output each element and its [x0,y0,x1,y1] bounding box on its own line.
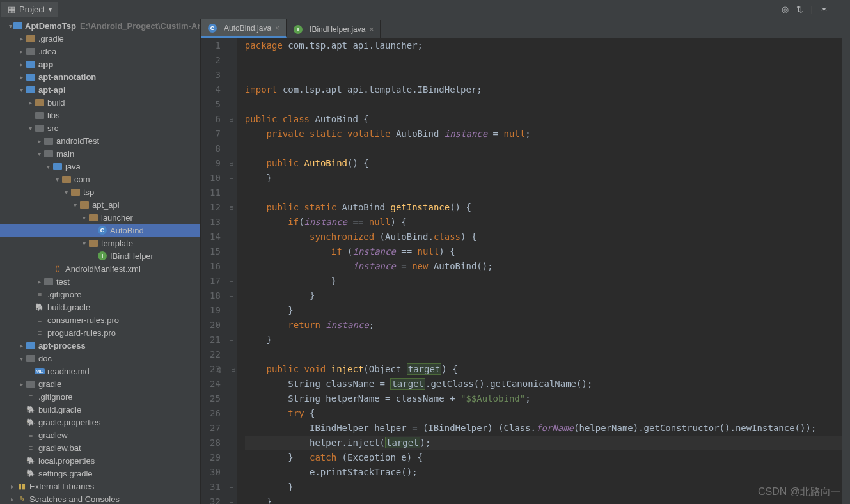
expand-arrow-icon[interactable]: ▸ [9,496,15,503]
tree-node-androidtest[interactable]: ▸androidTest [0,134,200,147]
expand-arrow-icon[interactable]: ▾ [63,189,69,196]
fold-marker[interactable]: ⌙ [226,288,237,303]
tree-node-app[interactable]: ▸app [0,58,200,70]
code-line[interactable]: helper.inject(target); [245,436,850,450]
expand-arrow-icon[interactable]: ▾ [36,150,42,157]
tree-node-gradlew-bat[interactable]: ≡gradlew.bat [0,441,200,454]
fold-marker[interactable] [226,347,237,362]
gear-icon[interactable]: ✶ [821,4,828,14]
tree-node-tsp[interactable]: ▾tsp [0,185,200,198]
code-line[interactable] [245,68,850,83]
tree-node-build-gradle[interactable]: 🐘build.gradle [0,301,200,313]
code-line[interactable]: String className = target.getClass().get… [245,377,850,391]
tree-node-libs[interactable]: libs [0,109,200,122]
fold-marker[interactable] [226,97,237,112]
code-line[interactable]: public void inject(Object target) { [245,362,850,377]
fold-marker[interactable]: ⊟ [226,112,237,127]
fold-marker[interactable] [226,377,237,391]
close-icon[interactable]: × [275,24,279,33]
fold-marker[interactable]: ⌙ [226,480,237,494]
fold-marker[interactable] [226,53,237,68]
fold-marker[interactable]: ⌙ [226,494,237,504]
expand-arrow-icon[interactable]: ▾ [45,163,51,170]
fold-marker[interactable] [226,391,237,406]
code-editor[interactable]: 1234567891011121314151617181920212223242… [201,38,850,504]
fold-marker[interactable] [226,127,237,141]
fold-marker[interactable] [226,68,237,83]
code-line[interactable]: if(instance == null) { [245,215,850,230]
tree-node-apt-api[interactable]: ▾apt_api [0,198,200,211]
tree-node-autobind[interactable]: CAutoBind [0,224,200,237]
fold-marker[interactable]: @⊟ [226,362,237,377]
code-line[interactable]: } catch (Exception e) { [245,450,850,465]
code-line[interactable] [245,53,850,68]
tree-node-main[interactable]: ▾main [0,147,200,160]
fold-marker[interactable] [226,465,237,480]
expand-arrow-icon[interactable]: ▾ [72,201,78,209]
fold-marker[interactable]: ⌙ [226,303,237,318]
expand-arrow-icon[interactable]: ▸ [18,342,24,349]
code-line[interactable]: IBindHelper helper = (IBindHelper) (Clas… [245,421,850,436]
code-line[interactable]: return instance; [245,318,850,333]
code-line[interactable]: private static volatile AutoBind instanc… [245,127,850,141]
tree-node-consumer-rules-pro[interactable]: ≡consumer-rules.pro [0,313,200,326]
code-line[interactable]: try { [245,406,850,421]
expand-arrow-icon[interactable]: ▸ [18,48,24,55]
tree-node--idea[interactable]: ▸.idea [0,45,200,58]
tree-node-gradlew[interactable]: ≡gradlew [0,429,200,441]
expand-arrow-icon[interactable]: ▾ [54,176,60,183]
code-line[interactable]: } [245,274,850,288]
expand-arrow-icon[interactable]: ▸ [18,381,24,388]
code-line[interactable]: public AutoBind() { [245,156,850,171]
tree-node-gradle-properties[interactable]: 🐘gradle.properties [0,416,200,429]
tree-node-test[interactable]: ▸test [0,275,200,288]
expand-arrow-icon[interactable]: ▸ [36,278,42,285]
tree-node-readme-md[interactable]: MDreadme.md [0,365,200,377]
code-line[interactable]: String helperName = className + "$$Autob… [245,391,850,406]
code-line[interactable]: if (instance == null) { [245,244,850,259]
tree-node-launcher[interactable]: ▾launcher [0,211,200,224]
project-tree[interactable]: ▾AptDemoTspE:\Android_Progect\Custim-Ann… [0,19,201,504]
expand-arrow-icon[interactable]: ▸ [18,35,24,42]
tree-node-java[interactable]: ▾java [0,160,200,173]
code-line[interactable]: synchronized (AutoBind.class) { [245,230,850,244]
code-line[interactable] [245,347,850,362]
fold-marker[interactable] [226,38,237,53]
tree-node-local-properties[interactable]: 🐘local.properties [0,454,200,467]
tree-node-androidmanifest-xml[interactable]: ⟨⟩AndroidManifest.xml [0,262,200,275]
code-line[interactable]: } [245,288,850,303]
tab-ibindhelper-java[interactable]: IIBindHelper.java× [287,20,381,38]
tree-node-settings-gradle[interactable]: 🐘settings.gradle [0,467,200,480]
fold-gutter[interactable]: ⊟⊟⌙⊟⌙⌙⌙⌙@⊟⌙⌙ [226,38,237,504]
project-tool-tab[interactable]: ▦ Project ▾ [1,2,58,17]
tab-autobind-java[interactable]: CAutoBind.java× [201,19,287,38]
tree-node-ibindhelper[interactable]: IIBindHelper [0,249,200,262]
expand-arrow-icon[interactable]: ▸ [18,61,24,68]
code-line[interactable]: instance = new AutoBind(); [245,259,850,274]
code-line[interactable]: } [245,333,850,347]
code-line[interactable]: public static AutoBind getInstance() { [245,200,850,215]
vertical-scrollbar[interactable] [842,19,850,504]
expand-arrow-icon[interactable]: ▾ [9,22,12,29]
expand-arrow-icon[interactable]: ▸ [27,99,33,106]
tree-node-gradle[interactable]: ▸gradle [0,377,200,390]
fold-marker[interactable] [226,259,237,274]
expand-arrow-icon[interactable]: ▾ [81,214,87,221]
fold-marker[interactable] [226,244,237,259]
code-content[interactable]: package com.tsp.apt_api.launcher; import… [237,38,850,504]
collapse-icon[interactable]: — [835,4,844,14]
expand-arrow-icon[interactable]: ▾ [18,86,24,93]
tree-node-apt-api[interactable]: ▾apt-api [0,83,200,96]
tree-node-external-libraries[interactable]: ▸▮▮External Libraries [0,480,200,492]
code-line[interactable]: import com.tsp.apt_api.template.IBindHel… [245,83,850,97]
tree-node-doc[interactable]: ▾doc [0,352,200,365]
fold-marker[interactable]: ⌙ [226,274,237,288]
expand-arrow-icon[interactable]: ▾ [18,355,24,362]
tree-node-apt-annotation[interactable]: ▸apt-annotation [0,70,200,83]
fold-marker[interactable] [226,450,237,465]
fold-marker[interactable] [226,421,237,436]
fold-marker[interactable] [226,436,237,450]
fold-marker[interactable] [226,185,237,200]
fold-marker[interactable]: ⊟ [226,200,237,215]
fold-marker[interactable] [226,230,237,244]
